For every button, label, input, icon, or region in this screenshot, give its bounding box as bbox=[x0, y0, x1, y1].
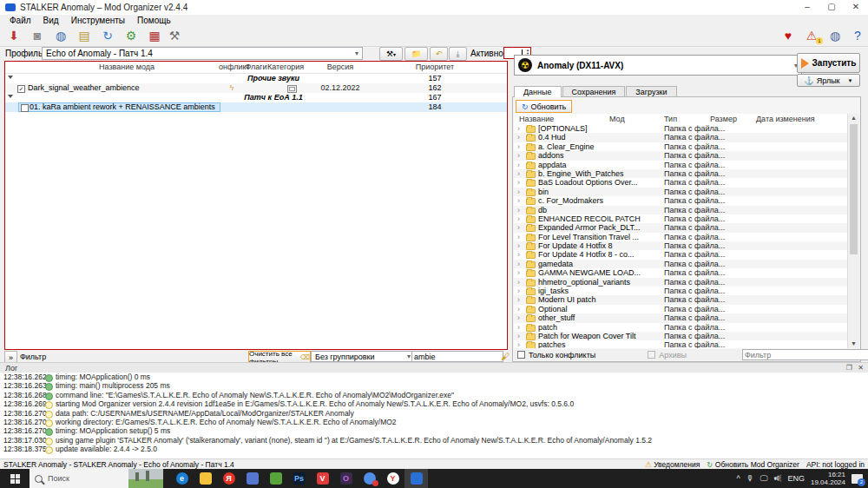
profile-select[interactable]: Echo of Anomaly - Патч 1.4 ▾ bbox=[42, 47, 363, 60]
expand-chevron-icon[interactable]: › bbox=[517, 233, 520, 241]
collapse-arrow-icon[interactable] bbox=[8, 95, 13, 98]
log-line[interactable]: 12:38:16.263timing: main() multiprocess … bbox=[0, 381, 868, 390]
taskbar-app-save-tool[interactable] bbox=[240, 469, 264, 488]
notifications-warning-icon[interactable]: ⚠ 1 bbox=[803, 28, 820, 43]
expand-chevron-icon[interactable]: › bbox=[517, 196, 520, 205]
taskbar-app-vivaldi[interactable]: V bbox=[311, 469, 334, 488]
tree-column-mod[interactable]: Мод bbox=[609, 115, 625, 123]
minimize-button[interactable]: – bbox=[795, 0, 819, 15]
taskbar-app-yandex[interactable]: Я bbox=[217, 469, 240, 488]
refresh-icon[interactable]: ↻ bbox=[99, 28, 116, 43]
scroll-up-icon[interactable]: ▲ bbox=[848, 114, 859, 122]
menu-item-1[interactable]: Вид bbox=[37, 16, 65, 25]
filter-broom-icon[interactable]: 🖌 bbox=[501, 352, 510, 361]
tree-row[interactable]: ›BaS Loadout Options Over...Папка с файл… bbox=[514, 178, 848, 187]
expand-chevron-icon[interactable]: › bbox=[517, 223, 520, 232]
taskbar-app-edge[interactable]: e bbox=[170, 469, 194, 488]
tree-row[interactable]: ›Patch for Weapon Cover TiltПапка с файл… bbox=[514, 332, 848, 340]
expand-chevron-icon[interactable]: › bbox=[517, 278, 520, 287]
tree-row[interactable]: ›dbПапка с файла... bbox=[514, 206, 848, 214]
tree-filter-input[interactable] bbox=[742, 349, 868, 360]
close-button[interactable]: ✕ bbox=[844, 0, 868, 15]
column-name[interactable]: Название мода bbox=[57, 63, 196, 71]
speaker-icon[interactable]: 🕬 bbox=[773, 474, 781, 483]
log-line[interactable]: 12:38:16.270data path: C:/USERNAMEs/USER… bbox=[0, 409, 868, 418]
conflicts-only-checkbox[interactable] bbox=[517, 351, 525, 359]
scroll-thumb[interactable] bbox=[850, 124, 858, 254]
tree-row[interactable]: ›binПапка с файла... bbox=[514, 188, 848, 196]
collapse-arrow-icon[interactable] bbox=[8, 76, 13, 79]
tree-column-date[interactable]: Дата изменения bbox=[756, 115, 815, 123]
expand-chevron-icon[interactable]: › bbox=[517, 151, 520, 160]
tree-row[interactable]: ›[OPTIONALS]Папка с файла... bbox=[514, 124, 848, 133]
shortcut-button[interactable]: ⚓ Ярлык ▼ bbox=[797, 74, 860, 87]
undo-button[interactable]: ↶ bbox=[430, 47, 448, 61]
open-folder-button[interactable]: 📁 bbox=[404, 47, 428, 61]
tree-row[interactable]: ›OptionalПапка с файла... bbox=[514, 305, 848, 313]
taskbar-app-image-editor[interactable] bbox=[264, 469, 287, 488]
open-instance-icon[interactable]: ◙ bbox=[29, 28, 46, 43]
help-icon[interactable]: ? bbox=[849, 28, 866, 43]
taskbar-app-mod-organizer[interactable] bbox=[404, 469, 428, 488]
tree-row[interactable]: ›Modern UI patchПапка с файла... bbox=[514, 295, 848, 304]
column-priority[interactable]: Приоритет bbox=[391, 63, 478, 71]
tree-column-size[interactable]: Размер bbox=[710, 115, 737, 123]
tree-row[interactable]: ›GAMMA NEWGAME LOAD...Папка с файла... bbox=[514, 268, 848, 277]
clock[interactable]: 16:21 19.04.2024 bbox=[811, 471, 845, 486]
expand-chevron-icon[interactable]: › bbox=[517, 161, 520, 169]
tree-row[interactable]: ›appdataПапка с файла... bbox=[514, 161, 848, 169]
configure-tools-icon[interactable]: ⚒ bbox=[166, 28, 183, 43]
nexus-web-icon[interactable]: ◍ bbox=[52, 28, 69, 43]
expand-chevron-icon[interactable]: › bbox=[517, 313, 520, 322]
start-button[interactable] bbox=[0, 469, 30, 488]
log-line[interactable]: 12:38:18.375update available: 2.4.4 -> 2… bbox=[0, 445, 868, 453]
profile-id-icon[interactable]: ▤ bbox=[76, 28, 93, 43]
tree-row[interactable]: ›patchПапка с файла... bbox=[514, 323, 848, 332]
expand-chevron-icon[interactable]: › bbox=[517, 260, 520, 268]
archives-checkbox[interactable] bbox=[648, 351, 655, 359]
status-notifications[interactable]: ⚠ Уведомления bbox=[645, 460, 700, 469]
log-line[interactable]: 12:38:16.262timing: MOApplication() 0 ms bbox=[0, 373, 868, 381]
expand-chevron-icon[interactable]: › bbox=[517, 323, 520, 332]
log-line[interactable]: 12:38:17.030using game plugin 'STALKER A… bbox=[0, 436, 868, 445]
tree-row[interactable]: ›other_stuffПапка с файла... bbox=[514, 313, 848, 322]
tree-row[interactable]: ›hhmetro_optional_variantsПапка с файла.… bbox=[514, 278, 848, 287]
tree-row[interactable]: ›Expanded Armor Pack_DLT...Папка с файла… bbox=[514, 223, 848, 232]
export-list-button[interactable]: ⤓ bbox=[449, 47, 467, 61]
expand-chevron-icon[interactable]: › bbox=[517, 214, 520, 223]
endorse-heart-icon[interactable]: ♥ bbox=[779, 28, 797, 43]
executable-select[interactable]: ☢ Anomaly (DX11-AVX) ▾ bbox=[514, 55, 802, 76]
expand-chevron-icon[interactable]: › bbox=[517, 340, 520, 348]
close-log-icon[interactable]: ✕ bbox=[858, 364, 864, 372]
expand-chevron-icon[interactable]: › bbox=[517, 241, 520, 250]
tree-row[interactable]: ›c. For_ModmakersПапка с файла... bbox=[514, 196, 848, 205]
tree-row[interactable]: ›gamedataПапка с файла... bbox=[514, 260, 848, 268]
taskbar-app-opera[interactable]: O bbox=[334, 469, 358, 488]
network-display-icon[interactable]: 🖵 bbox=[760, 474, 768, 484]
install-mod-icon[interactable]: ⬇ bbox=[5, 28, 23, 43]
status-update-link[interactable]: ↻ Обновить Mod Organizer bbox=[707, 460, 799, 469]
log-line[interactable]: 12:38:16.269starting Mod Organizer versi… bbox=[0, 399, 868, 408]
expand-chevron-icon[interactable]: › bbox=[517, 332, 520, 340]
tree-row[interactable]: ›b. Engine_With_PatchesПапка с файла... bbox=[514, 169, 848, 178]
mod-row[interactable]: 01. kaRa ambient rework + RENAISSANCE am… bbox=[5, 102, 507, 112]
mod-row[interactable]: ✓Dark_signal_weather_ambienceϟ02.12.2022… bbox=[5, 83, 507, 93]
maximize-button[interactable]: ▢ bbox=[819, 0, 844, 15]
weather-widget-image[interactable] bbox=[128, 469, 163, 488]
log-line[interactable]: 12:38:16.270timing: MOApplication setup(… bbox=[0, 426, 868, 435]
tree-row[interactable]: ›patchesПапка с файла... bbox=[514, 340, 848, 348]
tree-column-type[interactable]: Тип bbox=[664, 115, 677, 123]
expand-chevron-icon[interactable]: › bbox=[517, 124, 520, 133]
taskbar-app-file-explorer[interactable] bbox=[194, 469, 217, 488]
taskbar-app-discord[interactable] bbox=[358, 469, 381, 488]
expand-chevron-icon[interactable]: › bbox=[517, 250, 520, 259]
tree-row[interactable]: ›addonsПапка с файла... bbox=[514, 151, 848, 160]
undock-icon[interactable]: ❐ bbox=[846, 364, 852, 372]
expand-chevron-icon[interactable]: › bbox=[517, 188, 520, 196]
tree-row[interactable]: ›igi_tasksПапка с файла... bbox=[514, 287, 848, 295]
tree-row[interactable]: ›For Update 4 Hotfix 8Папка с файла... bbox=[514, 241, 848, 250]
tools-dropdown-button[interactable]: ⚒▾ bbox=[379, 47, 403, 61]
column-flags[interactable]: Флаги bbox=[245, 63, 267, 71]
settings-gears-icon[interactable]: ⚙ bbox=[122, 28, 140, 43]
column-conflict[interactable]: онфликт bbox=[219, 63, 245, 71]
